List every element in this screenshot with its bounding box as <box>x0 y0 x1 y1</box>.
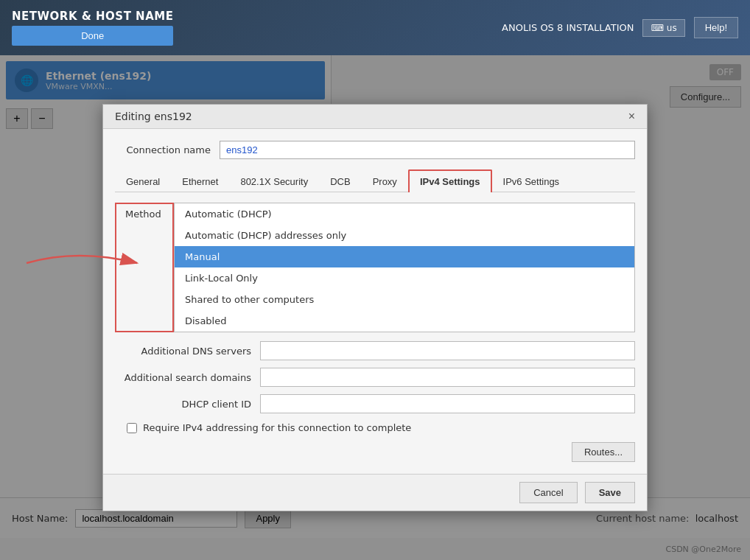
search-domains-input[interactable] <box>260 368 635 387</box>
search-domains-row: Additional search domains <box>115 368 635 387</box>
routes-row: Routes... <box>115 442 635 462</box>
method-dropdown[interactable]: Automatic (DHCP) Automatic (DHCP) addres… <box>174 203 635 332</box>
done-button[interactable]: Done <box>12 26 173 46</box>
dhcp-row: DHCP client ID <box>115 394 635 413</box>
help-button[interactable]: Help! <box>694 17 738 38</box>
tab-ipv6[interactable]: IPv6 Settings <box>492 169 571 192</box>
page-title: NETWORK & HOST NAME <box>12 10 173 23</box>
modal-close-button[interactable]: × <box>628 111 635 122</box>
routes-button[interactable]: Routes... <box>572 442 635 462</box>
connection-name-input[interactable] <box>220 141 635 159</box>
ipv4-require-row: Require IPv4 addressing for this connect… <box>115 422 635 433</box>
cancel-button[interactable]: Cancel <box>519 482 577 503</box>
dns-label: Additional DNS servers <box>115 346 251 357</box>
modal-body: Connection name General Ethernet 802.1X … <box>103 129 647 474</box>
tab-dcb[interactable]: DCB <box>319 169 361 192</box>
ipv4-require-label: Require IPv4 addressing for this connect… <box>143 422 411 433</box>
option-link-local[interactable]: Link-Local Only <box>175 267 634 289</box>
top-bar-left: NETWORK & HOST NAME Done <box>12 10 173 46</box>
connection-name-row: Connection name <box>115 141 635 159</box>
option-disabled[interactable]: Disabled <box>175 310 634 332</box>
dhcp-label: DHCP client ID <box>115 399 251 410</box>
option-auto-dhcp-addr[interactable]: Automatic (DHCP) addresses only <box>175 225 634 246</box>
connection-name-label: Connection name <box>115 144 211 155</box>
tab-ipv4[interactable]: IPv4 Settings <box>408 169 492 192</box>
modal-dialog: Editing ens192 × Connection name General… <box>102 104 648 511</box>
option-shared[interactable]: Shared to other computers <box>175 289 634 310</box>
anolis-title: ANOLIS OS 8 INSTALLATION <box>502 22 634 33</box>
main-area: 🌐 Ethernet (ens192) VMware VMXN... + − O… <box>0 55 750 560</box>
option-auto-dhcp[interactable]: Automatic (DHCP) <box>175 203 634 225</box>
tab-general[interactable]: General <box>115 169 171 192</box>
modal-title: Editing ens192 <box>115 111 192 122</box>
ipv4-require-checkbox[interactable] <box>127 423 137 433</box>
dns-row: Additional DNS servers <box>115 341 635 360</box>
tab-8021x[interactable]: 802.1X Security <box>229 169 319 192</box>
tab-ethernet[interactable]: Ethernet <box>171 169 229 192</box>
keyboard-icon: ⌨ <box>651 23 663 33</box>
save-button[interactable]: Save <box>585 482 635 503</box>
modal-overlay: Editing ens192 × Connection name General… <box>0 55 750 560</box>
method-label: Method <box>115 203 174 332</box>
dhcp-input[interactable] <box>260 394 635 413</box>
top-bar: NETWORK & HOST NAME Done ANOLIS OS 8 INS… <box>0 0 750 55</box>
keyboard-badge: ⌨ us <box>642 19 684 37</box>
dns-input[interactable] <box>260 341 635 360</box>
search-domains-label: Additional search domains <box>115 372 251 383</box>
modal-footer: Cancel Save <box>103 474 647 511</box>
tab-proxy[interactable]: Proxy <box>362 169 408 192</box>
modal-tabs: General Ethernet 802.1X Security DCB Pro… <box>115 169 635 192</box>
keyboard-label: us <box>667 23 677 33</box>
top-bar-right: ANOLIS OS 8 INSTALLATION ⌨ us Help! <box>502 17 738 38</box>
modal-header: Editing ens192 × <box>103 105 647 129</box>
option-manual[interactable]: Manual <box>175 246 634 267</box>
